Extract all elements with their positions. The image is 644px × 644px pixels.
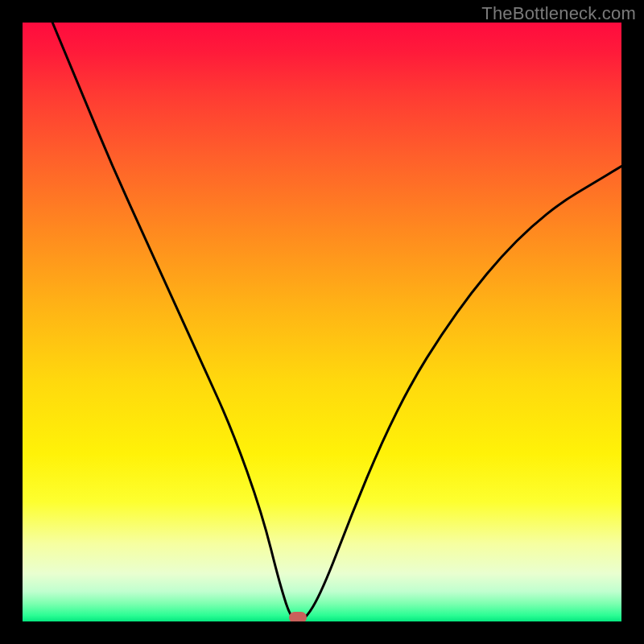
bottleneck-curve xyxy=(23,23,621,621)
chart-frame: TheBottleneck.com xyxy=(0,0,644,644)
minimum-marker xyxy=(289,612,307,621)
plot-area xyxy=(23,23,621,621)
watermark-text: TheBottleneck.com xyxy=(481,3,636,24)
